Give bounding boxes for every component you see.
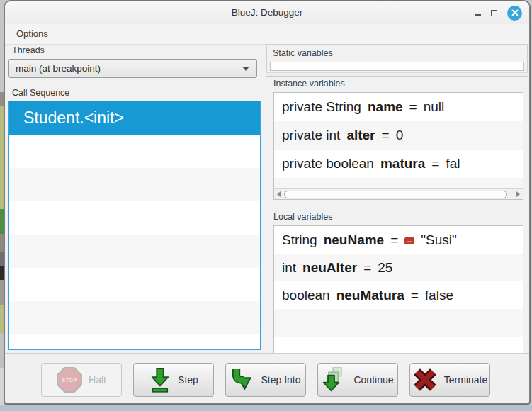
var-name: neuMatura [336,288,404,303]
desktop-background-bottom [0,405,532,411]
variable-row-name[interactable]: private Stringname=null [274,93,523,121]
close-button[interactable] [507,6,522,21]
var-eq: = [411,288,419,303]
instance-variables-list[interactable]: private Stringname=null private intalter… [273,92,523,200]
var-eq: = [363,260,371,276]
var-value: 25 [378,260,392,276]
threads-label: Threads [12,45,45,55]
var-value: false [425,288,453,303]
window-title: BlueJ: Debugger [5,1,529,24]
step-into-button[interactable]: Step Into [225,363,306,397]
terminate-button-label: Terminate [444,374,487,385]
scrollbar-thumb[interactable] [284,191,507,198]
var-prefix: private int [282,128,340,143]
continue-arrows-icon [322,365,347,395]
halt-button-label: Halt [89,374,106,385]
threads-selected-value: main (at breakpoint) [16,63,242,74]
local-variables-list[interactable]: StringneuName="Susi" intneuAlter=25 bool… [273,225,523,354]
step-into-button-label: Step Into [261,374,300,385]
static-variables-section: Static variables [266,44,528,72]
terminate-x-icon [412,367,438,393]
menu-options[interactable]: Options [11,24,54,44]
var-name: name [368,99,403,115]
static-variables-label: Static variables [273,48,333,58]
variable-row-neuname[interactable]: StringneuName="Susi" [274,226,523,254]
continue-button[interactable]: Continue [317,363,398,397]
scroll-left-arrow-icon[interactable] [277,191,281,197]
var-eq: = [390,232,398,248]
scroll-right-arrow-icon[interactable] [516,191,520,197]
var-eq: = [409,99,417,115]
minimize-icon[interactable] [475,14,481,16]
step-button[interactable]: Step [133,363,214,397]
static-variables-list[interactable] [270,62,524,71]
chevron-down-icon [242,67,249,71]
titlebar[interactable]: BlueJ: Debugger [5,1,529,25]
var-name: matura [380,156,425,171]
debugger-window: BlueJ: Debugger Options Threads main (at… [4,1,530,404]
variable-row-neualter[interactable]: intneuAlter=25 [274,254,523,281]
step-arrow-icon [149,366,171,394]
local-variables-section: Local variables StringneuName="Susi" int… [266,208,528,354]
call-sequence-selected-item[interactable]: Student.<init> [9,101,260,135]
var-value: fal [446,156,460,171]
stop-sign-text: STOP [58,368,81,391]
variable-row-matura[interactable]: private booleanmatura=fal [274,150,523,178]
var-prefix: int [282,260,296,276]
maximize-icon[interactable] [491,10,497,16]
var-value: 0 [396,128,404,143]
close-x-icon [511,9,519,17]
instance-variables-section: Instance variables private Stringname=nu… [266,75,528,200]
variable-row-alter[interactable]: private intalter=0 [274,121,523,150]
call-sequence-empty-rows[interactable] [9,135,260,349]
var-eq: = [431,156,439,171]
var-value: "Susi" [421,232,456,248]
step-into-arrow-icon [230,366,254,394]
object-reference-icon [404,237,414,244]
instance-variables-label: Instance variables [273,79,345,89]
var-value: null [424,99,445,115]
call-sequence-list[interactable]: Student.<init> [8,101,261,350]
var-prefix: boolean [282,288,330,303]
var-name: neuAlter [302,260,357,276]
window-controls [475,1,522,24]
call-sequence-label: Call Sequence [12,88,69,98]
threads-dropdown[interactable]: main (at breakpoint) [8,59,257,78]
step-button-label: Step [178,374,198,385]
terminate-button[interactable]: Terminate [409,363,490,397]
var-prefix: private boolean [282,156,374,171]
variable-row-neumatura[interactable]: booleanneuMatura=false [274,281,523,309]
halt-button: STOP Halt [41,363,122,397]
var-name: neuName [324,232,385,248]
local-variables-rows: StringneuName="Susi" intneuAlter=25 bool… [274,226,523,354]
var-name: alter [346,128,375,143]
local-variables-label: Local variables [273,212,332,222]
var-prefix: private String [282,99,361,115]
var-prefix: String [282,232,317,248]
horizontal-scrollbar[interactable] [274,188,523,199]
stop-sign-icon: STOP [57,367,82,393]
continue-button-label: Continue [353,374,393,385]
menu-bar: Options [5,24,529,45]
var-eq: = [382,128,390,143]
debug-button-bar: STOP Halt Step Step Into [5,353,529,403]
instance-variables-rows: private Stringname=null private intalter… [274,93,523,189]
